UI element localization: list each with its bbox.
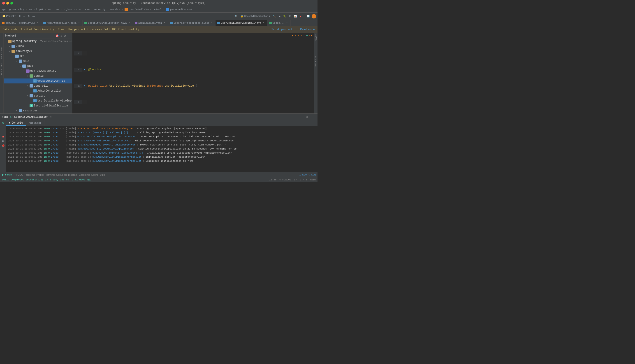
tree-item-package[interactable]: ▾ com.csw.security: [4, 68, 72, 74]
toolbar-btn3[interactable]: ⚙: [27, 14, 31, 18]
favorites-icon[interactable]: Favorites: [1, 62, 3, 76]
tab-pom-xml[interactable]: pom.xml (security01) ×: [0, 20, 41, 26]
endpoints-btn[interactable]: Endpoints: [79, 174, 90, 176]
bc-java[interactable]: java: [66, 8, 72, 11]
tree-item-userdetails[interactable]: C UserDetailsServiceImpl: [4, 98, 72, 103]
tree-item-controller[interactable]: ▾ controller: [4, 84, 72, 88]
profiler-btn[interactable]: Profiler: [36, 174, 44, 176]
console-tab[interactable]: ▶ Console: [6, 120, 26, 126]
terminal-btn[interactable]: Terminal: [46, 174, 55, 176]
run-restart-btn[interactable]: ↻: [1, 121, 5, 125]
tree-item-config[interactable]: ▾ config: [4, 74, 72, 78]
tab-security01-app[interactable]: Security01Application.java ×: [83, 20, 133, 26]
run-pin-btn[interactable]: 📌: [1, 144, 6, 148]
sequence-btn[interactable]: Sequence Diagram: [56, 174, 77, 176]
sidebar-title: Project: [5, 34, 16, 38]
tab-application-yaml[interactable]: application.yaml ×: [133, 20, 168, 26]
actuator-tab[interactable]: Actuator: [26, 120, 45, 126]
sidebar-close-btn[interactable]: —: [67, 34, 71, 38]
tab-close-sp[interactable]: ×: [210, 22, 214, 24]
run-minimize-btn[interactable]: —: [311, 115, 316, 119]
build-btn[interactable]: 🔨: [272, 14, 277, 18]
search-btn[interactable]: 🔍: [234, 14, 239, 18]
bc-csw[interactable]: csw: [85, 8, 90, 11]
tree-item-src[interactable]: ▾ src: [4, 54, 72, 59]
tree-item-static[interactable]: ▸ static: [4, 113, 72, 114]
tree-item-idea[interactable]: ▸ .idea: [4, 44, 72, 49]
run-close-x[interactable]: ×: [50, 116, 52, 119]
tab-userdetails-service[interactable]: UserDetailsServiceImpl.java ×: [216, 20, 267, 26]
stop-btn[interactable]: ■: [299, 14, 302, 18]
run-settings-btn[interactable]: ⚙: [305, 115, 309, 119]
maven-label[interactable]: Maven: [315, 34, 317, 41]
tree-item-resources[interactable]: ▾ resources: [4, 108, 72, 113]
profile-btn[interactable]: 📊: [293, 14, 298, 18]
avatar-btn[interactable]: [312, 14, 316, 18]
minimize-button[interactable]: [6, 2, 9, 4]
code-line-14: 14: [74, 100, 312, 104]
tab-close-ws[interactable]: ×: [285, 22, 289, 24]
tree-item-service[interactable]: ▾ service: [4, 93, 72, 98]
log-line-1: 2021-10-30 18:09:32.593 INFO 27383 --- […: [8, 130, 316, 135]
tree-item-security01[interactable]: ▾ security01: [4, 49, 72, 54]
toolbar-btn1[interactable]: ⊞: [18, 14, 22, 18]
tree-item-java[interactable]: ▾ java: [4, 64, 72, 68]
bc-src[interactable]: src: [47, 8, 52, 11]
bc-userdetails[interactable]: UserDetailsServiceImpl: [129, 8, 162, 11]
code-editor: ▲ 1 ▲ 2 ✓ 6 ▲▼ 11 12 ● @Service: [73, 33, 314, 114]
tree-item-main[interactable]: ▾ main: [4, 59, 72, 64]
structure-icon[interactable]: Structure: [1, 46, 3, 60]
run-bottom-btn[interactable]: ▶ ▶ Run: [2, 173, 12, 176]
tab-close-uds[interactable]: ×: [262, 22, 265, 24]
spring-btn[interactable]: Spring: [91, 174, 98, 176]
tab-security-properties[interactable]: SecurityProperties.class ×: [168, 20, 215, 26]
problems-btn[interactable]: Problems: [24, 174, 35, 176]
run-scroll-down-btn[interactable]: ↓: [2, 130, 5, 134]
tab-close-admin[interactable]: ×: [77, 22, 81, 24]
arrows-up-down[interactable]: ▲▼: [309, 34, 312, 37]
close-button[interactable]: [2, 2, 5, 4]
coverage-btn[interactable]: ⟳: [288, 14, 292, 18]
tree-item-s01app[interactable]: C Security01Application: [4, 103, 72, 108]
tab-close-pom[interactable]: ×: [36, 22, 39, 24]
bc-spring-security[interactable]: spring_security: [2, 8, 24, 11]
tree-item-websecurity[interactable]: C WebSecurityConfig: [4, 78, 72, 84]
toolbar-btn4[interactable]: —: [32, 14, 36, 18]
bc-security01[interactable]: security01: [29, 8, 43, 11]
run-btn2[interactable]: ▶: [278, 14, 281, 18]
sidebar-collapse-btn[interactable]: ≡: [60, 34, 63, 38]
log-line-4: 2021-10-30 18:09:33.151 INFO 27383 --- […: [8, 143, 316, 147]
project-view-btn[interactable]: 📁 Project ▾: [1, 14, 17, 18]
database-label[interactable]: Database: [315, 56, 317, 66]
git-btn[interactable]: 🔄: [306, 14, 311, 18]
build-bottom-btn[interactable]: Build: [100, 174, 105, 176]
tab-close-s01[interactable]: ×: [128, 22, 131, 24]
todo-btn[interactable]: TODO: [16, 174, 23, 176]
toolbar-btn2[interactable]: ≡: [22, 14, 26, 18]
bc-main[interactable]: main: [56, 8, 62, 11]
bc-com[interactable]: com: [77, 8, 81, 11]
tree-item-admin[interactable]: C AdminController: [4, 88, 72, 93]
sidebar-locate-btn[interactable]: 🎯: [55, 34, 59, 38]
tree-item-root[interactable]: ▾ spring_security ~/Desktop/cloud/spring…: [4, 39, 72, 44]
bc-security[interactable]: security: [94, 8, 106, 11]
run-clear-btn[interactable]: 🗑: [1, 140, 5, 143]
sidebar-settings-btn[interactable]: ⚙: [63, 34, 67, 38]
tab-admin-controller[interactable]: AdminController.java ×: [41, 20, 83, 26]
run-scroll-up-btn[interactable]: ↑: [2, 126, 5, 130]
tab-websecurity[interactable]: WebSe... ×: [267, 20, 291, 26]
code-area[interactable]: 11 12 ● @Service 13 ● public class UserD…: [73, 38, 314, 114]
event-log-btn[interactable]: 1 Event Log: [299, 174, 316, 176]
trust-project-link[interactable]: Trust project...: [271, 28, 297, 31]
code-content[interactable]: 11 12 ● @Service 13 ● public class UserD…: [73, 38, 314, 114]
read-more-link[interactable]: Read more: [300, 28, 315, 31]
run-config-btn[interactable]: 🔒 Security01Application ▾: [239, 14, 271, 18]
maximize-button[interactable]: [11, 2, 13, 4]
tab-close-yaml[interactable]: ×: [163, 22, 166, 24]
debug-btn[interactable]: 🐛: [282, 14, 287, 18]
bc-service[interactable]: service: [110, 8, 120, 11]
run-stop-btn[interactable]: ■: [1, 135, 5, 138]
admin-icon: C: [33, 89, 37, 92]
todo-label: TODO: [16, 174, 23, 176]
bc-password-encoder[interactable]: passwordEncoder: [170, 8, 193, 11]
